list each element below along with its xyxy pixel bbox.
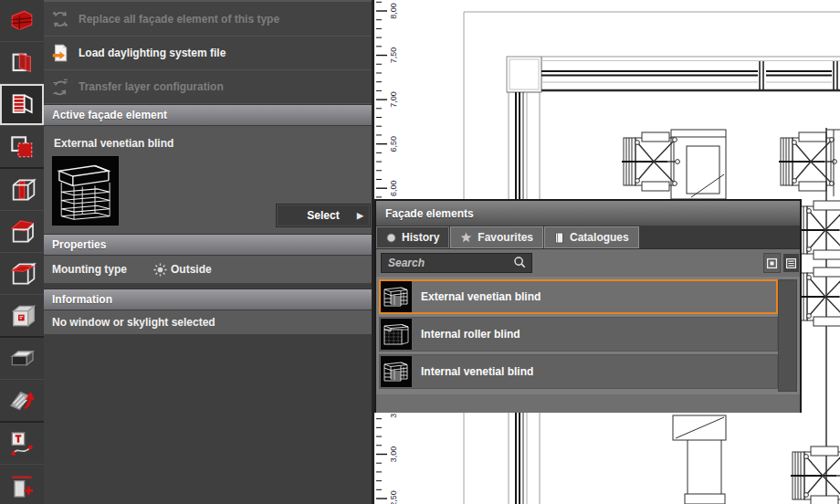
select-button-label: Select [307, 209, 339, 222]
tool-cube-core[interactable] [0, 295, 44, 338]
ceiling-louvre-icon [7, 5, 37, 37]
tab-label: History [402, 231, 439, 244]
menu-item-label: Load daylighting system file [79, 47, 226, 59]
tool-ceiling-louvre[interactable] [0, 0, 44, 42]
tool-cube-column[interactable] [0, 169, 44, 211]
menu-item-label: Transfer layer configuration [79, 80, 224, 93]
venetian-blind-thumb-icon [381, 281, 412, 312]
canopy-icon [7, 343, 37, 374]
tool-overlapping-frames[interactable] [0, 126, 44, 169]
catalogue-icon [554, 232, 564, 244]
facade-blind-icon [7, 89, 37, 121]
overlapping-frames-icon [7, 131, 37, 163]
facade-element-list: External venetian blind Internal roller … [376, 277, 800, 394]
hatched-roof-icon [7, 385, 37, 416]
tool-hatched-roof[interactable] [0, 380, 44, 423]
tab-label: Favourites [478, 231, 533, 244]
transfer-cycle-icon [50, 77, 70, 97]
cube-roof-icon [7, 216, 37, 247]
active-facade-section: External venetian blind Select ▶ [44, 126, 372, 234]
facade-elements-popup: Façade elements History Favourites [374, 199, 802, 413]
list-view-button[interactable] [782, 253, 800, 273]
mounting-type-value: Outside [171, 263, 212, 276]
tile-view-icon [766, 257, 778, 269]
history-circle-icon [386, 233, 396, 243]
popup-search-row [376, 249, 800, 277]
information-header: Information [44, 289, 372, 310]
cube-core-icon [7, 300, 37, 331]
menu-item-load-daylighting-file[interactable]: Load daylighting system file [44, 37, 372, 70]
cube-column-icon [7, 174, 37, 205]
list-item-label: External venetian blind [421, 290, 541, 303]
popup-tabs: History Favourites Catalogues [376, 226, 800, 249]
list-item-internal-venetian-blind[interactable]: Internal venetial blind [379, 354, 778, 389]
section-header-label: Information [52, 293, 112, 306]
list-view-icon [785, 257, 797, 269]
tab-favourites[interactable]: Favourites [450, 226, 543, 248]
facade-tool-panel: Replace all façade element of this type … [44, 0, 374, 504]
mounting-type-row[interactable]: Mounting type Outside [44, 256, 372, 283]
list-item-external-venetian-blind[interactable]: External venetian blind [379, 279, 778, 314]
information-message: No window or skylight selected [44, 310, 372, 334]
tool-cube-roof[interactable] [0, 211, 44, 253]
panel-empty-area [44, 334, 372, 504]
menu-item-label: Replace all façade element of this type [79, 13, 279, 26]
active-element-name: External venetian blind [54, 137, 173, 150]
replace-cycle-icon [50, 9, 70, 29]
section-header-label: Properties [52, 238, 106, 251]
tool-column-plus[interactable] [0, 465, 44, 504]
menu-item-replace-all: Replace all façade element of this type [44, 0, 372, 37]
select-button[interactable]: Select ▶ [276, 204, 371, 227]
left-toolbar [0, 0, 45, 504]
tile-view-button[interactable] [763, 253, 781, 273]
sun-icon [152, 262, 168, 278]
column-plus-icon [7, 470, 37, 501]
list-item-internal-roller-blind[interactable]: Internal roller blind [379, 317, 778, 352]
cube-plane-icon [7, 258, 37, 289]
tool-window-pane[interactable] [0, 42, 44, 84]
tab-label: Catalogues [570, 231, 629, 244]
tool-text-spline[interactable] [0, 423, 44, 465]
properties-header: Properties [44, 234, 372, 256]
tool-canopy[interactable] [0, 338, 44, 380]
tool-cube-plane[interactable] [0, 253, 44, 295]
menu-item-transfer-layer: Transfer layer configuration [44, 70, 372, 104]
list-item-label: Internal roller blind [421, 328, 520, 341]
window-pane-icon [7, 47, 37, 79]
star-icon [460, 232, 472, 243]
tool-facade-elements[interactable] [0, 84, 44, 126]
flyout-arrow-icon: ▶ [357, 211, 363, 220]
search-input[interactable] [381, 253, 532, 273]
active-element-thumbnail[interactable] [52, 156, 119, 226]
tab-catalogues[interactable]: Catalogues [544, 226, 639, 248]
svg-text:6,00: 6,00 [389, 180, 398, 196]
svg-text:3,00: 3,00 [389, 446, 398, 463]
list-scrollbar[interactable] [778, 279, 797, 392]
list-item-label: Internal venetial blind [421, 365, 533, 378]
venetian-blind-thumb-icon [381, 356, 412, 387]
popup-title-label: Façade elements [385, 207, 474, 220]
text-spline-icon [7, 428, 37, 459]
mounting-type-label: Mounting type [44, 263, 152, 276]
svg-text:7,50: 7,50 [389, 47, 398, 64]
popup-bottom-strip [376, 394, 800, 413]
venetian-blind-3d-icon [53, 157, 116, 223]
active-facade-header: Active façade element [44, 104, 372, 126]
section-header-label: Active façade element [52, 109, 167, 121]
magnifier-icon [513, 256, 527, 269]
svg-text:8,00: 8,00 [389, 3, 398, 19]
roller-blind-thumb-icon [381, 319, 412, 350]
load-file-icon [50, 43, 70, 63]
application-window: 8,007,507,006,506,005,505,004,504,003,50… [0, 0, 840, 504]
svg-text:6,50: 6,50 [389, 136, 398, 152]
popup-title-bar[interactable]: Façade elements [376, 201, 800, 226]
tab-history[interactable]: History [376, 226, 449, 248]
svg-text:2,50: 2,50 [389, 490, 398, 504]
svg-text:7,00: 7,00 [389, 91, 398, 108]
